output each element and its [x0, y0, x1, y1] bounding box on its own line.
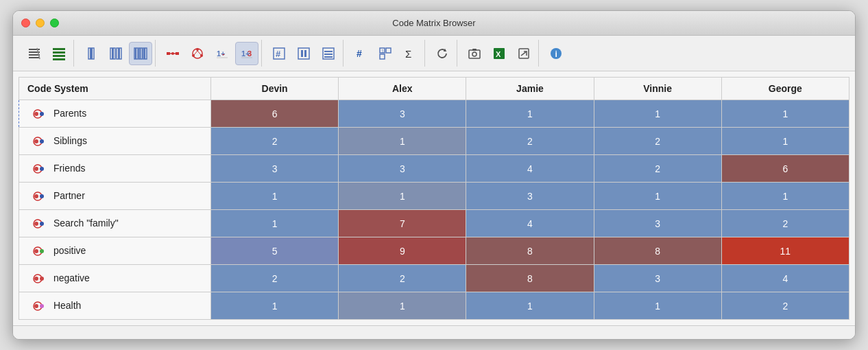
parents-icon: [33, 108, 47, 119]
toolbar-group-5: # 1 Σ: [346, 40, 425, 67]
svg-rect-20: [144, 48, 145, 59]
hash-icon[interactable]: #: [267, 42, 291, 65]
cell-friends-alex: 3: [339, 155, 466, 183]
cell-searchfam-george: 2: [721, 210, 849, 237]
siblings-icon: [33, 136, 47, 147]
svg-rect-8: [53, 58, 65, 60]
close-button[interactable]: [21, 19, 30, 27]
svg-line-59: [521, 51, 527, 56]
search-family-icon: [33, 218, 47, 229]
code-label-siblings[interactable]: Siblings: [19, 128, 211, 155]
cell-searchfam-jamie: 4: [466, 210, 594, 237]
cell-friends-devin: 3: [211, 155, 339, 183]
code-label-health[interactable]: Health: [19, 292, 211, 320]
svg-point-73: [40, 194, 44, 198]
cell-friends-george: 6: [721, 155, 849, 183]
num1-icon[interactable]: 1+ -: [210, 42, 234, 65]
svg-text:#: #: [276, 49, 281, 59]
export-icon[interactable]: [512, 42, 535, 65]
svg-point-63: [34, 112, 38, 116]
table-row: Search "family" 1 7 4 3 2: [19, 210, 849, 237]
code-label-search-family[interactable]: Search "family": [19, 210, 211, 237]
cell-positive-george: 11: [721, 237, 849, 265]
list-icon[interactable]: [47, 42, 71, 65]
cell-searchfam-vinnie: 3: [594, 210, 721, 237]
cell-parents-devin: 6: [211, 100, 339, 128]
cell-partner-alex: 1: [339, 183, 466, 210]
svg-line-29: [197, 51, 201, 55]
matrix-table: Code System Devin Alex Jamie Vinnie Geor…: [19, 77, 849, 320]
col-header-alex: Alex: [339, 78, 466, 100]
snapshot-icon[interactable]: [463, 42, 486, 65]
window-controls: [21, 19, 59, 27]
svg-text:X: X: [496, 50, 501, 58]
svg-text:i: i: [555, 49, 557, 59]
svg-text:Σ: Σ: [405, 48, 411, 60]
node-link-icon[interactable]: [161, 42, 184, 65]
svg-point-78: [34, 249, 38, 253]
double-col-icon[interactable]: [104, 42, 128, 65]
svg-rect-48: [386, 48, 391, 53]
cell-partner-devin: 1: [211, 183, 339, 210]
info-icon[interactable]: i: [544, 42, 568, 65]
svg-point-82: [40, 277, 44, 281]
table-row: negative 2 2 8 3 4: [19, 265, 849, 292]
maximize-button[interactable]: [50, 19, 59, 27]
svg-rect-13: [112, 48, 114, 59]
hide-icon[interactable]: [23, 42, 46, 65]
grid1-icon[interactable]: 1: [374, 42, 397, 65]
toolbar: 1+ - 1+ 3 #: [13, 36, 855, 71]
svg-rect-19: [140, 48, 141, 59]
code-label-partner[interactable]: Partner: [19, 183, 211, 210]
refresh-icon[interactable]: [431, 42, 454, 65]
toolbar-group-8: i: [542, 40, 570, 67]
friends-icon: [33, 163, 47, 174]
cell-siblings-vinnie: 2: [594, 128, 721, 155]
excel-icon[interactable]: X: [487, 42, 511, 65]
table-row: Health 1 1 1 1 2: [19, 292, 849, 320]
lines-icon[interactable]: [317, 42, 340, 65]
sigma-icon[interactable]: Σ: [398, 42, 422, 65]
cell-negative-alex: 2: [339, 265, 466, 292]
hash2-icon[interactable]: #: [349, 42, 372, 65]
minimize-button[interactable]: [36, 19, 45, 27]
col-header-jamie: Jamie: [466, 78, 594, 100]
svg-rect-14: [118, 48, 120, 59]
code-label-friends[interactable]: Friends: [19, 155, 211, 183]
svg-rect-55: [472, 49, 477, 51]
svg-point-64: [40, 112, 44, 116]
svg-point-69: [34, 167, 38, 171]
cell-searchfam-alex: 7: [339, 210, 466, 237]
num3-icon[interactable]: 1+ 3: [235, 42, 258, 65]
cell-health-george: 2: [721, 292, 849, 320]
triple-col-icon[interactable]: [129, 42, 152, 65]
svg-rect-5: [53, 48, 65, 50]
cell-parents-vinnie: 1: [594, 100, 721, 128]
cell-friends-jamie: 4: [466, 155, 594, 183]
svg-rect-0: [29, 49, 40, 50]
code-label-positive[interactable]: positive: [19, 237, 211, 265]
svg-text:-: -: [222, 49, 225, 58]
bottom-bar: [13, 325, 855, 339]
cell-health-vinnie: 1: [594, 292, 721, 320]
code-label-parents[interactable]: Parents: [19, 100, 211, 128]
toolbar-group-3: 1+ - 1+ 3: [158, 40, 262, 67]
svg-point-81: [34, 277, 38, 281]
node-circle-icon[interactable]: [186, 42, 209, 65]
svg-rect-53: [469, 50, 480, 58]
svg-point-24: [171, 52, 174, 55]
toolbar-group-2: [77, 40, 156, 67]
cell-parents-alex: 3: [339, 100, 466, 128]
pause-icon[interactable]: [292, 42, 315, 65]
code-label-negative[interactable]: negative: [19, 265, 211, 292]
cell-searchfam-devin: 1: [211, 210, 339, 237]
single-col-icon[interactable]: [80, 42, 103, 65]
svg-rect-43: [324, 51, 333, 52]
svg-rect-3: [29, 57, 40, 58]
svg-point-54: [472, 52, 477, 56]
svg-rect-49: [380, 54, 385, 59]
cell-negative-vinnie: 3: [594, 265, 721, 292]
svg-rect-7: [53, 55, 65, 57]
cell-health-jamie: 1: [466, 292, 594, 320]
svg-rect-10: [90, 48, 93, 59]
